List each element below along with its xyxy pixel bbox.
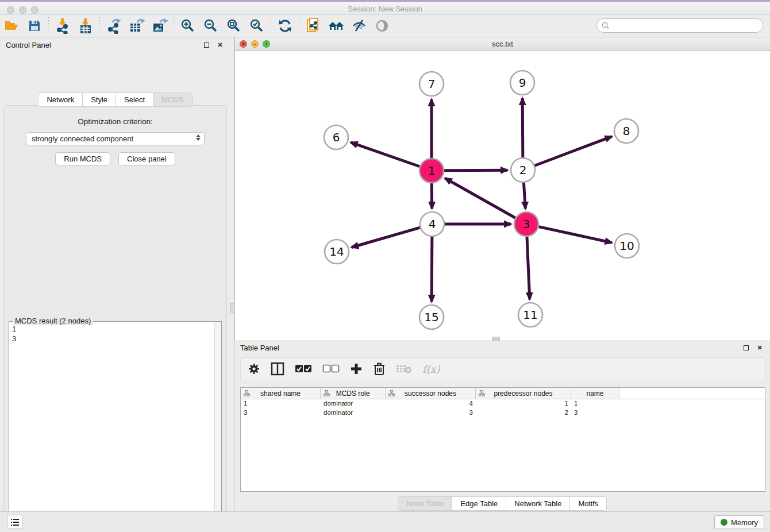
edge-1-2[interactable]	[444, 170, 507, 171]
table-panel-tabs: Node TableEdge TableNetwork TableMotifs	[234, 496, 770, 511]
save-session-icon[interactable]	[23, 17, 46, 35]
edge-3-10[interactable]	[538, 227, 611, 243]
table-cell[interactable]: 1	[571, 399, 619, 408]
hide-eye-icon[interactable]	[348, 17, 371, 35]
float-panel-icon[interactable]	[202, 40, 211, 49]
run-mcds-button[interactable]: Run MCDS	[55, 152, 110, 165]
vertical-splitter[interactable]	[230, 37, 234, 511]
column-header-MCDS-role[interactable]: MCDS role	[321, 388, 386, 399]
export-network-icon[interactable]	[102, 17, 125, 35]
table-body: 1dominator4113dominator323	[241, 399, 765, 418]
optimization-criterion-label: Optimization criterion:	[4, 117, 226, 126]
add-column-icon[interactable]	[350, 361, 363, 376]
split-columns-icon[interactable]	[271, 361, 284, 376]
node-label-9: 9	[519, 76, 526, 90]
edge-4-15[interactable]	[432, 237, 432, 302]
copy-network-icon[interactable]	[302, 17, 325, 35]
import-network-icon[interactable]	[51, 17, 74, 35]
table-cell[interactable]: 3	[571, 408, 619, 418]
edge-4-14[interactable]	[352, 228, 420, 247]
tab-network-table[interactable]: Network Table	[506, 496, 569, 511]
home-icon[interactable]	[325, 17, 348, 35]
open-session-icon[interactable]	[0, 17, 23, 35]
zoom-in-icon[interactable]	[176, 17, 199, 35]
table-row[interactable]: 1dominator411	[241, 399, 765, 408]
table-row[interactable]: 3dominator323	[241, 408, 765, 418]
toolbar-separator	[174, 17, 174, 34]
toolbar-separator	[299, 17, 299, 34]
clear-checkboxes-icon[interactable]	[322, 361, 340, 376]
export-table-icon[interactable]	[125, 17, 148, 35]
horizontal-splitter-grip[interactable]	[492, 337, 500, 341]
function-builder-icon: f(x)	[422, 361, 440, 376]
edge-2-3[interactable]	[523, 183, 525, 209]
status-bar: Memory	[0, 511, 770, 532]
zoom-fit-icon[interactable]	[222, 17, 245, 35]
refresh-icon[interactable]	[274, 17, 297, 35]
search-input[interactable]	[612, 22, 763, 30]
tab-node-table[interactable]: Node Table	[398, 496, 452, 511]
node-label-7: 7	[428, 77, 436, 91]
export-image-icon[interactable]	[148, 17, 171, 35]
column-header-shared-name[interactable]: shared name	[241, 388, 321, 399]
tab-select[interactable]: Select	[116, 92, 153, 107]
node-label-4: 4	[429, 217, 436, 231]
table-cell[interactable]: 1	[476, 399, 571, 408]
eye-icon[interactable]	[371, 17, 394, 35]
node-label-11: 11	[523, 308, 537, 322]
network-window-titlebar[interactable]: ✕ − + scc.txt	[235, 37, 770, 51]
tab-network[interactable]: Network	[38, 92, 82, 107]
task-history-button[interactable]	[7, 515, 22, 529]
table-cell[interactable]: dominator	[321, 399, 386, 408]
select-all-checkboxes-icon[interactable]	[295, 361, 312, 376]
table-cell[interactable]: 3	[241, 408, 321, 418]
close-table-panel-icon[interactable]: ✕	[755, 343, 764, 352]
node-label-6: 6	[333, 130, 340, 144]
network-canvas[interactable]: 7968124314101511	[235, 51, 770, 340]
table-cell[interactable]: 1	[241, 399, 321, 408]
table-cell[interactable]: 4	[386, 399, 476, 408]
memory-button[interactable]: Memory	[714, 515, 764, 529]
node-label-15: 15	[424, 310, 438, 324]
edge-3-11[interactable]	[527, 237, 530, 299]
close-panel-button[interactable]: Close panel	[118, 152, 175, 165]
toolbar-separator	[99, 17, 100, 34]
mcds-result-text[interactable]: 1 3	[10, 323, 214, 532]
network-close-icon[interactable]: ✕	[240, 40, 247, 48]
column-header-successor-nodes[interactable]: successor nodes	[386, 388, 476, 399]
gear-icon[interactable]	[248, 361, 260, 376]
table-panel-title: Table Panel	[240, 344, 279, 352]
column-header-name[interactable]: name	[571, 388, 619, 399]
zoom-selected-icon[interactable]	[245, 17, 268, 35]
zoom-out-icon[interactable]	[199, 17, 222, 35]
import-table-icon[interactable]	[74, 17, 97, 35]
mcds-result-scrollbar[interactable]	[214, 322, 221, 532]
search-icon	[602, 22, 609, 29]
table-header-row: shared nameMCDS rolesuccessor nodesprede…	[241, 388, 765, 399]
network-minimize-icon[interactable]: −	[251, 40, 259, 48]
node-label-3: 3	[523, 217, 530, 231]
table-cell[interactable]: 3	[386, 408, 476, 418]
delete-column-icon[interactable]	[373, 361, 386, 376]
tab-edge-table[interactable]: Edge Table	[452, 496, 506, 511]
tab-style[interactable]: Style	[82, 92, 116, 107]
float-table-panel-icon[interactable]	[741, 343, 750, 352]
column-header-predecessor-nodes[interactable]: predecessor nodes	[476, 388, 571, 399]
optimization-criterion-select[interactable]: strongly connected component	[26, 132, 205, 145]
edge-2-8[interactable]	[535, 137, 612, 166]
network-maximize-icon[interactable]: +	[263, 40, 270, 48]
edge-3-1[interactable]	[445, 178, 515, 218]
tab-mcds[interactable]: MCDS	[153, 92, 192, 107]
search-field[interactable]	[596, 18, 763, 33]
table-cell[interactable]: dominator	[321, 408, 386, 418]
node-label-1: 1	[428, 164, 436, 178]
close-panel-icon[interactable]: ✕	[215, 40, 225, 49]
table-panel: Table Panel ✕ f(x) shared nameMCDS roles…	[234, 340, 770, 511]
tab-motifs[interactable]: Motifs	[569, 496, 607, 511]
main-toolbar	[0, 15, 770, 37]
edge-1-6[interactable]	[351, 142, 419, 167]
table-cell[interactable]: 2	[476, 408, 571, 418]
network-graph: 7968124314101511	[235, 51, 770, 340]
control-panel: Control Panel ✕ NetworkStyleSelectMCDS O…	[0, 37, 230, 511]
edge-2-9[interactable]	[522, 98, 523, 157]
